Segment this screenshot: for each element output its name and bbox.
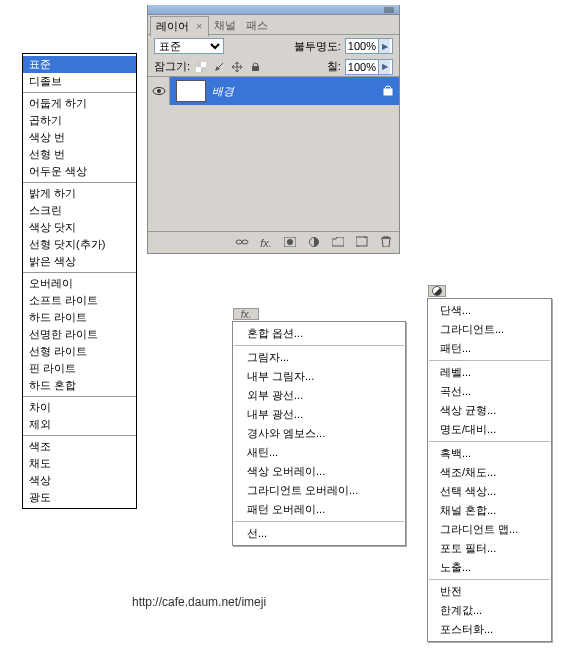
adjustment-menu-item[interactable]: 노출... <box>428 558 551 577</box>
opacity-input[interactable]: 100% ▶ <box>345 38 393 54</box>
adjustment-trigger[interactable] <box>428 285 446 297</box>
fx-trigger[interactable]: fx. <box>233 308 259 320</box>
blend-mode-item[interactable]: 밝은 색상 <box>23 253 136 270</box>
blend-mode-item[interactable]: 선형 라이트 <box>23 343 136 360</box>
blend-opacity-row: 표준 불투명도: 100% ▶ <box>148 35 399 57</box>
blend-mode-item[interactable]: 오버레이 <box>23 275 136 292</box>
adjustment-context-menu[interactable]: 단색...그라디언트...패턴...레벨...곡선...색상 균형...명도/대… <box>427 298 552 642</box>
adjustment-menu-item[interactable]: 색상 균형... <box>428 401 551 420</box>
adjustment-menu-item[interactable]: 반전 <box>428 582 551 601</box>
blend-mode-item[interactable]: 하드 혼합 <box>23 377 136 394</box>
arrow-right-icon[interactable]: ▶ <box>378 39 390 53</box>
blend-mode-item[interactable]: 선형 닷지(추가) <box>23 236 136 253</box>
svg-rect-5 <box>201 62 206 67</box>
panel-title-bar[interactable] <box>148 5 399 15</box>
fx-icon[interactable]: fx. <box>259 237 273 249</box>
flyout-menu-icon[interactable] <box>383 6 395 14</box>
mask-icon[interactable] <box>283 237 297 249</box>
lock-icon <box>383 85 393 98</box>
adjustment-menu-item[interactable]: 단색... <box>428 301 551 320</box>
blend-mode-item[interactable]: 색상 닷지 <box>23 219 136 236</box>
folder-icon[interactable] <box>331 237 345 249</box>
tab-label: 레이어 <box>156 20 189 32</box>
lock-move-icon[interactable] <box>230 60 244 74</box>
fx-menu-item[interactable]: 내부 그림자... <box>233 367 405 386</box>
adjustment-menu-item[interactable]: 한계값... <box>428 601 551 620</box>
blend-mode-item[interactable]: 핀 라이트 <box>23 360 136 377</box>
fx-menu-item[interactable]: 패턴 오버레이... <box>233 500 405 519</box>
adjustment-menu-item[interactable]: 그라디언트... <box>428 320 551 339</box>
lock-all-icon[interactable] <box>248 60 262 74</box>
lock-fill-row: 잠그기: 칠: 100% ▶ <box>148 57 399 77</box>
adjustment-menu-item[interactable]: 레벨... <box>428 363 551 382</box>
blend-mode-item[interactable]: 선형 번 <box>23 146 136 163</box>
delete-icon[interactable] <box>379 236 393 249</box>
fx-menu-item[interactable]: 경사와 엠보스... <box>233 424 405 443</box>
svg-point-13 <box>242 240 248 244</box>
fx-menu-item[interactable]: 새틴... <box>233 443 405 462</box>
fill-value: 100% <box>348 61 376 73</box>
adjustment-menu-item[interactable]: 채널 혼합... <box>428 501 551 520</box>
blend-mode-item[interactable]: 차이 <box>23 399 136 416</box>
blend-mode-dropdown[interactable]: 표준디졸브어둡게 하기곱하기색상 번선형 번어두운 색상밝게 하기스크린색상 닷… <box>22 53 137 509</box>
fx-menu-item[interactable]: 그림자... <box>233 348 405 367</box>
url-text: http://cafe.daum.net/imeji <box>132 595 266 609</box>
arrow-right-icon[interactable]: ▶ <box>378 60 390 74</box>
blend-mode-item[interactable]: 스크린 <box>23 202 136 219</box>
blend-mode-item[interactable]: 어둡게 하기 <box>23 95 136 112</box>
blend-mode-item[interactable]: 색상 <box>23 472 136 489</box>
fx-menu-item[interactable]: 색상 오버레이... <box>233 462 405 481</box>
adjustment-icon[interactable] <box>307 237 321 249</box>
adjustment-menu-item[interactable]: 명도/대비... <box>428 420 551 439</box>
blend-mode-item[interactable]: 광도 <box>23 489 136 506</box>
fx-menu-item[interactable]: 그라디언트 오버레이... <box>233 481 405 500</box>
fill-input[interactable]: 100% ▶ <box>345 59 393 75</box>
blend-mode-item[interactable]: 색조 <box>23 438 136 455</box>
blend-mode-item[interactable]: 채도 <box>23 455 136 472</box>
layer-row[interactable]: 배경 <box>148 77 399 105</box>
adjustment-menu-item[interactable]: 흑백... <box>428 444 551 463</box>
tab-channels[interactable]: 채널 <box>209 16 241 35</box>
blend-mode-item[interactable]: 디졸브 <box>23 73 136 90</box>
svg-rect-3 <box>196 62 201 67</box>
blend-mode-item[interactable]: 색상 번 <box>23 129 136 146</box>
blend-mode-item[interactable]: 선명한 라이트 <box>23 326 136 343</box>
adjustment-menu-item[interactable]: 곡선... <box>428 382 551 401</box>
adjustment-menu-item[interactable]: 포스터화... <box>428 620 551 639</box>
blend-mode-item[interactable]: 표준 <box>23 56 136 73</box>
svg-rect-11 <box>384 89 392 95</box>
layer-name: 배경 <box>212 84 383 99</box>
lock-paint-icon[interactable] <box>212 60 226 74</box>
adjustment-menu-item[interactable]: 패턴... <box>428 339 551 358</box>
lock-label: 잠그기: <box>154 59 190 74</box>
fx-menu-item[interactable]: 외부 광선... <box>233 386 405 405</box>
new-layer-icon[interactable] <box>355 236 369 249</box>
adjustment-menu-item[interactable]: 그라디언트 맵... <box>428 520 551 539</box>
svg-point-15 <box>287 239 293 245</box>
close-icon[interactable]: × <box>196 20 202 32</box>
lock-transparent-icon[interactable] <box>194 60 208 74</box>
fx-context-menu[interactable]: 혼합 옵션...그림자...내부 그림자...외부 광선...내부 광선...경… <box>232 321 406 546</box>
blend-mode-item[interactable]: 밝게 하기 <box>23 185 136 202</box>
adjustment-menu-item[interactable]: 색조/채도... <box>428 463 551 482</box>
svg-rect-8 <box>252 66 259 71</box>
blend-mode-item[interactable]: 제외 <box>23 416 136 433</box>
blend-mode-item[interactable]: 어두운 색상 <box>23 163 136 180</box>
layer-thumbnail[interactable] <box>176 80 206 102</box>
fx-menu-item[interactable]: 내부 광선... <box>233 405 405 424</box>
tab-paths[interactable]: 패스 <box>241 16 273 35</box>
opacity-value: 100% <box>348 40 376 52</box>
blend-mode-item[interactable]: 곱하기 <box>23 112 136 129</box>
fx-menu-item[interactable]: 선... <box>233 524 405 543</box>
svg-rect-17 <box>356 237 367 246</box>
blend-mode-item[interactable]: 소프트 라이트 <box>23 292 136 309</box>
svg-point-10 <box>157 89 161 93</box>
visibility-icon[interactable] <box>148 77 170 105</box>
tab-layers[interactable]: 레이어 × <box>150 16 209 37</box>
adjustment-menu-item[interactable]: 포토 필터... <box>428 539 551 558</box>
fx-menu-item[interactable]: 혼합 옵션... <box>233 324 405 343</box>
adjustment-menu-item[interactable]: 선택 색상... <box>428 482 551 501</box>
blend-mode-item[interactable]: 하드 라이트 <box>23 309 136 326</box>
blend-mode-select[interactable]: 표준 <box>154 38 224 54</box>
link-icon[interactable] <box>235 237 249 249</box>
